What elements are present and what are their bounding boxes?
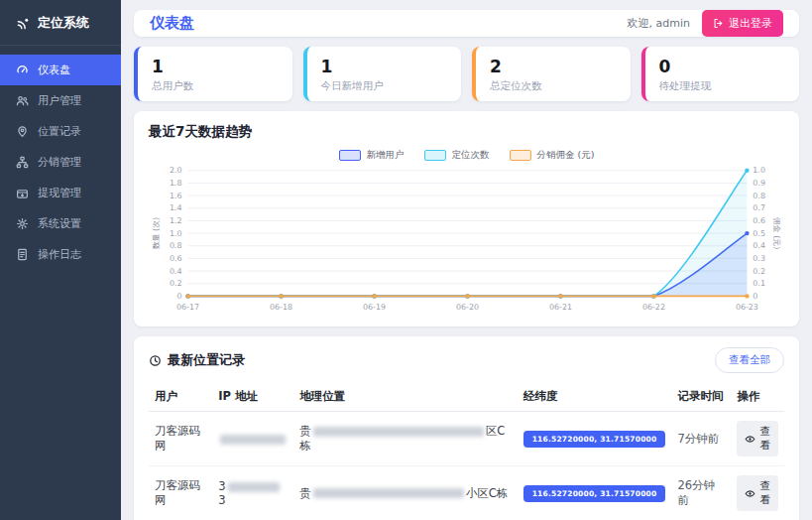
svg-text:0.8: 0.8 (170, 241, 182, 250)
view-button[interactable]: 查看 (737, 475, 778, 511)
sidebar-item-label: 位置记录 (38, 124, 81, 139)
withdraw-icon (16, 187, 29, 199)
app-logo: 定位系统 (0, 0, 121, 46)
legend-item[interactable]: 定位次数 (424, 149, 490, 162)
satellite-signal-icon (16, 16, 31, 31)
svg-text:1.0: 1.0 (753, 166, 765, 175)
stat-cards: 1总用户数1今日新增用户2总定位次数0待处理提现 (134, 47, 799, 101)
coords-cell: 116.52720000, 31.71570000 (518, 466, 672, 520)
svg-text:1.2: 1.2 (170, 216, 182, 225)
svg-text:1.0: 1.0 (170, 229, 182, 238)
trend-chart-svg: 00.20.40.60.81.01.21.41.61.82.000.10.20.… (149, 162, 784, 319)
sidebar-item-withdrawals[interactable]: 提现管理 (0, 178, 121, 208)
legend-label: 分销佣金 (元) (537, 149, 595, 162)
view-button[interactable]: 查看 (737, 421, 778, 456)
sidebar-item-label: 分销管理 (38, 155, 81, 170)
app-title: 定位系统 (38, 14, 89, 32)
stat-card: 1今日新增用户 (303, 47, 462, 101)
user-cell: 刀客源码网 (149, 412, 212, 466)
sidebar-item-logs[interactable]: 操作日志 (0, 239, 121, 270)
table-header-row: 用户IP 地址地理位置经纬度记录时间操作 (149, 382, 784, 412)
records-table: 用户IP 地址地理位置经纬度记录时间操作 刀客源码网贵区C栋116.527200… (149, 382, 784, 520)
geo-cell: 贵区C栋 (293, 412, 517, 466)
location-pin-icon (16, 125, 29, 138)
sidebar-item-dashboard[interactable]: 仪表盘 (0, 55, 121, 85)
eye-icon (745, 434, 755, 445)
svg-text:0.2: 0.2 (170, 279, 182, 288)
view-all-button[interactable]: 查看全部 (715, 347, 784, 373)
view-button-label: 查看 (759, 425, 770, 453)
records-title-text: 最新位置记录 (168, 351, 245, 369)
sidebar-item-label: 系统设置 (38, 216, 81, 231)
log-icon (16, 248, 29, 261)
users-icon (16, 94, 29, 107)
svg-text:0.7: 0.7 (753, 203, 765, 212)
legend-item[interactable]: 新增用户 (339, 149, 405, 162)
redacted-text (228, 482, 280, 492)
sidebar-menu: 仪表盘用户管理位置记录分销管理提现管理系统设置操作日志 (0, 55, 121, 270)
operation-cell: 查看 (731, 466, 784, 520)
chart-title: 最近7天数据趋势 (149, 123, 784, 141)
stat-label: 总定位次数 (490, 79, 617, 93)
stat-card: 0待处理提现 (641, 47, 800, 101)
stat-value: 2 (490, 56, 617, 77)
sidebar-item-settings[interactable]: 系统设置 (0, 208, 121, 239)
coords-cell: 116.52720000, 31.71570000 (518, 412, 672, 466)
stat-value: 1 (321, 56, 448, 77)
stat-label: 今日新增用户 (321, 79, 448, 93)
svg-text:06-20: 06-20 (456, 303, 479, 312)
stat-label: 待处理提现 (659, 79, 786, 93)
stat-card: 2总定位次数 (472, 47, 631, 101)
legend-swatch (339, 150, 361, 161)
column-header: 记录时间 (671, 382, 731, 412)
eye-icon (745, 488, 755, 499)
sidebar-item-location-records[interactable]: 位置记录 (0, 116, 121, 147)
legend-swatch (510, 150, 531, 161)
legend-label: 定位次数 (452, 149, 490, 162)
svg-text:06-21: 06-21 (549, 303, 572, 312)
redacted-text (313, 427, 484, 437)
coords-badge: 116.52720000, 31.71570000 (523, 431, 666, 448)
svg-text:06-22: 06-22 (642, 303, 665, 312)
logout-icon (713, 18, 724, 29)
stat-value: 1 (152, 56, 279, 77)
sitemap-icon (16, 156, 29, 169)
chart-legend: 新增用户定位次数分销佣金 (元) (149, 149, 784, 162)
redacted-text (313, 488, 464, 498)
legend-label: 新增用户 (367, 149, 405, 162)
sidebar-item-label: 用户管理 (38, 93, 81, 108)
sidebar-item-users[interactable]: 用户管理 (0, 85, 121, 116)
svg-text:0.3: 0.3 (753, 254, 765, 263)
time-cell: 7分钟前 (671, 412, 731, 466)
table-row: 刀客源码网33贵小区C栋116.52720000, 31.7157000026分… (149, 466, 784, 520)
svg-text:1.4: 1.4 (170, 203, 182, 212)
sidebar-item-distribution[interactable]: 分销管理 (0, 147, 121, 178)
svg-text:06-19: 06-19 (363, 303, 386, 312)
sidebar-item-label: 提现管理 (38, 186, 81, 200)
svg-text:0: 0 (177, 292, 182, 301)
svg-text:2.0: 2.0 (170, 166, 182, 175)
logout-button[interactable]: 退出登录 (702, 10, 783, 37)
time-cell: 26分钟前 (671, 466, 731, 520)
svg-text:0.9: 0.9 (753, 179, 765, 188)
svg-text:06-18: 06-18 (270, 303, 292, 312)
view-button-label: 查看 (759, 479, 770, 507)
legend-item[interactable]: 分销佣金 (元) (510, 149, 595, 162)
coords-badge: 116.52720000, 31.71570000 (523, 485, 666, 502)
svg-text:0.5: 0.5 (753, 229, 765, 238)
clock-history-icon (149, 354, 162, 367)
table-row: 刀客源码网贵区C栋116.52720000, 31.715700007分钟前查看 (149, 412, 784, 466)
svg-text:1.6: 1.6 (170, 192, 182, 200)
ip-cell: 33 (212, 466, 293, 520)
sidebar-item-label: 操作日志 (38, 247, 81, 262)
operation-cell: 查看 (731, 412, 784, 466)
user-cell: 刀客源码网 (149, 466, 212, 520)
main-content: 仪表盘 欢迎, admin 退出登录 1总用户数1今日新增用户2总定位次数0待处… (121, 0, 812, 520)
svg-text:0: 0 (753, 292, 757, 301)
svg-text:0.6: 0.6 (753, 216, 765, 225)
svg-text:0.4: 0.4 (170, 267, 182, 276)
column-header: 用户 (149, 382, 212, 412)
svg-text:06-17: 06-17 (176, 303, 199, 312)
records-card: 最新位置记录 查看全部 用户IP 地址地理位置经纬度记录时间操作 刀客源码网贵区… (134, 336, 799, 520)
records-header: 最新位置记录 查看全部 (149, 347, 784, 373)
